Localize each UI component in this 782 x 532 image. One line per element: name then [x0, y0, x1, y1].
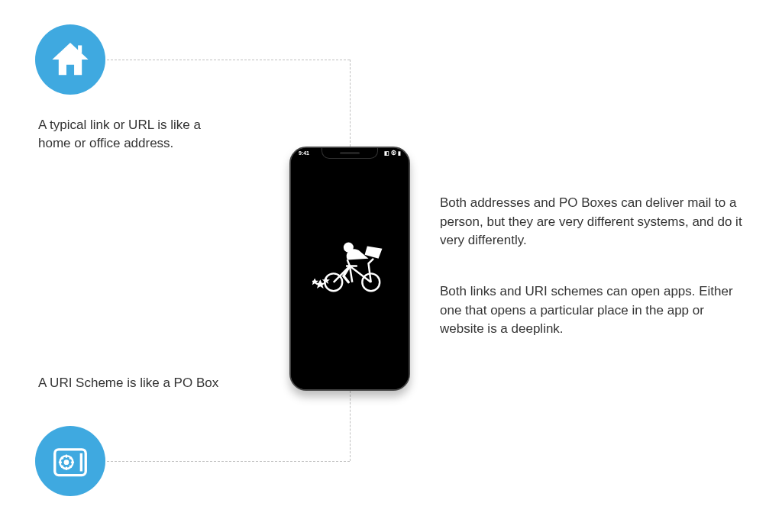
- url-caption: A typical link or URL is like a home or …: [38, 116, 237, 153]
- phone-status-icons: ◧ ⦿ ▮: [384, 150, 401, 156]
- svg-point-13: [64, 459, 69, 465]
- safe-icon: [50, 440, 91, 482]
- phone-screen: [291, 148, 409, 389]
- delivery-rider-icon: [312, 237, 387, 300]
- explanation-block-2: Both links and URI schemes can open apps…: [440, 282, 745, 339]
- svg-rect-3: [80, 453, 82, 472]
- svg-marker-20: [322, 277, 330, 284]
- phone-notch: [322, 148, 378, 159]
- phone-device: 9:41 ◧ ⦿ ▮: [289, 147, 410, 391]
- safe-icon-circle: [35, 426, 105, 496]
- connector-top-horizontal: [107, 60, 350, 60]
- svg-rect-1: [78, 45, 82, 53]
- svg-marker-0: [52, 43, 88, 75]
- connector-bottom-horizontal: [107, 461, 350, 462]
- svg-marker-17: [365, 247, 383, 259]
- uri-caption: A URI Scheme is like a PO Box: [38, 374, 218, 392]
- home-icon-circle: [35, 24, 105, 95]
- home-icon: [50, 39, 91, 80]
- phone-time: 9:41: [299, 150, 309, 156]
- svg-point-16: [344, 243, 354, 253]
- explanation-block-1: Both addresses and PO Boxes can deliver …: [440, 194, 745, 250]
- connector-top-vertical: [350, 60, 351, 147]
- connector-bottom-vertical: [350, 391, 351, 461]
